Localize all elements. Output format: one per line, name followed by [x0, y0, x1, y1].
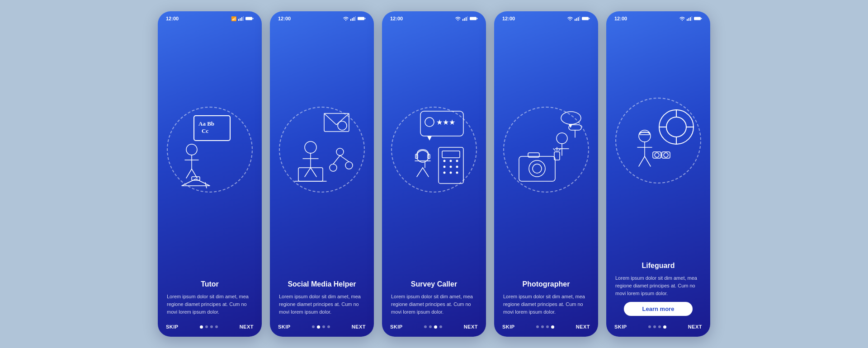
- dot-2: [317, 325, 320, 329]
- dot-4: [551, 325, 554, 329]
- learn-more-button[interactable]: Learn more: [624, 302, 693, 316]
- phone-tutor: 12:00 📶 Aa Bb Cc: [158, 11, 262, 337]
- phone-survey: 12:00 ★★★: [382, 11, 486, 337]
- svg-rect-41: [466, 17, 467, 21]
- survey-nav: SKIP NEXT: [382, 320, 486, 337]
- lifeguard-content: Lifeguard Lorem ipsum dolor sit dim amet…: [606, 258, 710, 320]
- svg-rect-21: [355, 16, 356, 21]
- tutor-body: Lorem ipsum dolor sit dim amet, mea regi…: [167, 293, 253, 316]
- svg-rect-2: [241, 17, 242, 21]
- status-icons-4: [567, 16, 590, 21]
- social-dots: [312, 325, 330, 329]
- dot-4: [663, 325, 666, 329]
- social-next[interactable]: NEXT: [352, 324, 366, 329]
- svg-rect-3: [243, 16, 244, 21]
- tutor-next[interactable]: NEXT: [240, 324, 254, 329]
- svg-point-89: [682, 20, 683, 21]
- survey-illustration: ★★★: [382, 23, 486, 277]
- svg-rect-43: [470, 17, 476, 20]
- status-icons-3: [455, 16, 478, 21]
- svg-rect-72: [582, 17, 589, 20]
- social-skip[interactable]: SKIP: [278, 324, 291, 329]
- svg-rect-68: [575, 19, 576, 21]
- photographer-title: Photographer: [503, 280, 589, 288]
- photographer-dots: [536, 325, 554, 329]
- svg-rect-44: [477, 18, 478, 19]
- dot-3: [434, 325, 437, 329]
- photographer-body: Lorem ipsum dolor sit dim amet, mea regi…: [503, 293, 589, 316]
- phone-social-media: 12:00: [270, 11, 374, 337]
- svg-rect-42: [467, 16, 468, 21]
- photographer-content: Photographer Lorem ipsum dolor sit dim a…: [494, 277, 598, 320]
- status-icons-2: [343, 16, 366, 21]
- svg-point-17: [345, 20, 346, 21]
- status-time-2: 12:00: [278, 16, 291, 21]
- battery-icon-4: [582, 16, 590, 21]
- survey-dots: [424, 325, 442, 329]
- svg-rect-90: [687, 19, 688, 21]
- status-bar-5: 12:00: [606, 11, 710, 23]
- battery-icon-2: [358, 16, 366, 21]
- dashed-circle-1: [167, 107, 253, 193]
- svg-rect-23: [365, 18, 366, 19]
- photographer-skip[interactable]: SKIP: [502, 324, 515, 329]
- svg-rect-94: [694, 17, 701, 20]
- status-time-3: 12:00: [390, 16, 403, 21]
- svg-rect-73: [589, 18, 590, 19]
- svg-rect-1: [240, 18, 241, 21]
- svg-point-38: [458, 20, 458, 21]
- dot-3: [210, 325, 213, 328]
- wifi-icon-2: [343, 16, 349, 21]
- dot-2: [541, 325, 544, 328]
- phone-lifeguard: 12:00: [606, 11, 710, 337]
- status-icons-5: [679, 16, 702, 21]
- phone-photographer: 12:00: [494, 11, 598, 337]
- svg-rect-40: [464, 18, 465, 21]
- lifeguard-dots: [648, 325, 666, 329]
- status-bar-1: 12:00 📶: [158, 11, 262, 23]
- status-bar-4: 12:00: [494, 11, 598, 23]
- lifeguard-skip[interactable]: SKIP: [614, 324, 627, 329]
- lifeguard-next[interactable]: NEXT: [688, 324, 702, 329]
- signal-icon-2: [350, 16, 356, 21]
- svg-rect-95: [701, 18, 702, 19]
- signal-icon-3: [462, 16, 468, 21]
- tutor-content: Tutor Lorem ipsum dolor sit dim amet, me…: [158, 277, 262, 320]
- tutor-skip[interactable]: SKIP: [166, 324, 179, 329]
- wifi-icon: 📶: [231, 16, 236, 21]
- svg-rect-5: [253, 18, 254, 19]
- svg-rect-0: [238, 19, 239, 21]
- status-time-4: 12:00: [502, 16, 515, 21]
- survey-skip[interactable]: SKIP: [390, 324, 403, 329]
- dot-4: [439, 325, 442, 328]
- social-media-body: Lorem ipsum dolor sit dim amet, mea regi…: [279, 293, 365, 316]
- dot-3: [546, 325, 549, 328]
- lifeguard-illustration: [606, 23, 710, 258]
- dashed-circle-2: [279, 107, 365, 193]
- svg-rect-39: [462, 19, 463, 21]
- dot-4: [215, 325, 218, 328]
- photographer-next[interactable]: NEXT: [576, 324, 590, 329]
- photographer-illustration: [494, 23, 598, 277]
- survey-body: Lorem ipsum dolor sit dim amet, mea regi…: [391, 293, 477, 316]
- dot-2: [205, 325, 208, 328]
- svg-rect-70: [578, 17, 579, 21]
- tutor-nav: SKIP NEXT: [158, 320, 262, 337]
- dot-1: [200, 325, 203, 329]
- svg-rect-22: [358, 17, 364, 20]
- svg-rect-19: [352, 18, 353, 21]
- dashed-circle-4: [503, 107, 589, 193]
- survey-content: Survey Caller Lorem ipsum dolor sit dim …: [382, 277, 486, 320]
- survey-title: Survey Caller: [391, 280, 477, 288]
- svg-point-67: [570, 20, 571, 21]
- wifi-icon-5: [679, 16, 685, 21]
- battery-icon: [245, 16, 254, 21]
- svg-rect-92: [690, 17, 691, 21]
- tutor-illustration: Aa Bb Cc: [158, 23, 262, 277]
- status-bar-2: 12:00: [270, 11, 374, 23]
- lifeguard-body: Lorem ipsum dolor sit dim amet, mea regi…: [615, 274, 701, 297]
- svg-rect-69: [576, 18, 577, 21]
- dot-2: [653, 325, 656, 328]
- dot-1: [312, 325, 315, 328]
- survey-next[interactable]: NEXT: [464, 324, 478, 329]
